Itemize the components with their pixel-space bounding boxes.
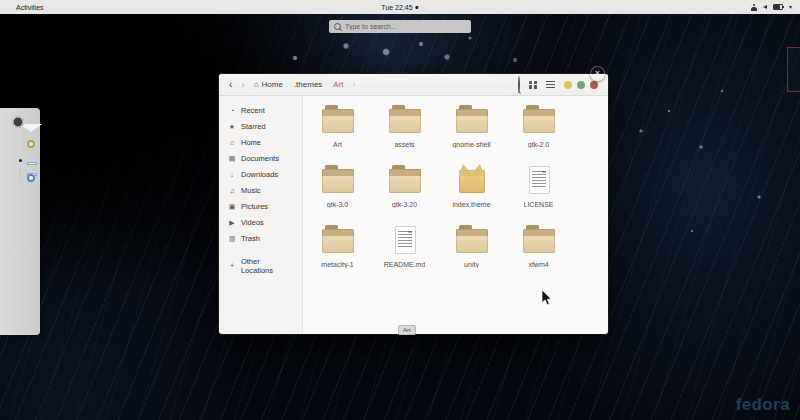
file-name: assets <box>394 141 414 148</box>
system-status-menu[interactable]: ▾ <box>751 4 792 11</box>
grid-view-icon <box>529 81 537 89</box>
top-bar: Activities Tue 22:45 ▾ <box>0 0 800 14</box>
file-item[interactable]: gtk-3.20 <box>371 162 438 222</box>
file-item[interactable]: metacity-1 <box>304 222 371 282</box>
plus-icon: + <box>228 262 236 269</box>
close-dot-button[interactable] <box>590 81 598 89</box>
sidebar-list: ◔ Recent ★ Starred ⌂ Home ▤ Documents ↓ … <box>219 102 302 246</box>
sidebar-item-label: Music <box>241 186 261 195</box>
breadcrumb-item[interactable]: .themes <box>294 80 322 89</box>
sidebar-item-other-locations[interactable]: + Other Locations <box>219 253 302 278</box>
sidebar-item-icon: ▥ <box>228 235 236 242</box>
chevron-right-icon: › <box>353 80 356 89</box>
window-headerbar[interactable]: ‹ › ⌂ Home .themes Art › × <box>219 74 608 96</box>
volume-icon <box>763 5 767 9</box>
sidebar-item-icon: ★ <box>228 123 236 130</box>
file-name: index.theme <box>452 201 490 208</box>
window-controls <box>564 81 598 89</box>
activities-button[interactable]: Activities <box>16 4 44 11</box>
sidebar-item[interactable]: ▤ Documents <box>219 150 302 166</box>
window-body: ◔ Recent ★ Starred ⌂ Home ▤ Documents ↓ … <box>219 96 608 333</box>
file-item[interactable]: gnome-shell <box>438 102 505 162</box>
status-tag: Art <box>398 325 416 335</box>
sidebar-separator <box>219 246 302 253</box>
menu-button[interactable] <box>546 81 555 88</box>
sidebar-item-icon: ⌂ <box>228 139 236 146</box>
sidebar-item-label: Home <box>241 138 261 147</box>
forward-button[interactable]: › <box>241 80 244 90</box>
sidebar-item[interactable]: ⌂ Home <box>219 134 302 150</box>
file-name: unity <box>464 261 479 268</box>
maximize-button[interactable] <box>577 81 585 89</box>
sidebar-item-icon: ◔ <box>228 107 236 114</box>
speaker-icon <box>19 132 21 149</box>
file-name: gnome-shell <box>452 141 490 148</box>
breadcrumb-label: Home <box>262 80 283 89</box>
sidebar-item[interactable]: ↓ Downloads <box>219 166 302 182</box>
breadcrumb-label: Art <box>333 80 343 89</box>
file-name: gtk-3.20 <box>392 201 417 208</box>
dock-item-boxes[interactable] <box>19 166 21 181</box>
breadcrumb-item[interactable]: Art <box>333 80 343 89</box>
file-icon <box>455 164 489 197</box>
sidebar-item[interactable]: ▶ Videos <box>219 214 302 230</box>
file-item[interactable]: index.theme <box>438 162 505 222</box>
accessibility-icon <box>751 4 757 11</box>
files-grid: Art assets gnome-shell gtk-2.0 gtk-3.0 g… <box>303 96 608 333</box>
sidebar-item[interactable]: ◔ Recent <box>219 102 302 118</box>
sidebar-item-label: Documents <box>241 154 279 163</box>
offscreen-window-red-outline <box>787 47 800 92</box>
files-window: ‹ › ⌂ Home .themes Art › × <box>219 74 608 334</box>
sidebar-item-icon: ▤ <box>228 155 236 162</box>
file-item[interactable]: assets <box>371 102 438 162</box>
file-icon <box>321 224 355 257</box>
minimize-button[interactable] <box>564 81 572 89</box>
dock-item-rhythmbox[interactable] <box>19 133 21 148</box>
sidebar-item-icon: ↓ <box>228 171 236 178</box>
running-indicator-dot <box>19 159 22 162</box>
file-icon <box>522 224 556 257</box>
view-grid-button[interactable] <box>529 81 537 89</box>
sidebar-item[interactable]: ★ Starred <box>219 118 302 134</box>
file-icon <box>522 164 556 197</box>
file-icon <box>388 164 422 197</box>
file-item[interactable]: gtk-3.0 <box>304 162 371 222</box>
file-item[interactable]: gtk-2.0 <box>505 102 572 162</box>
search-icon <box>518 76 520 93</box>
file-icon <box>388 224 422 257</box>
sidebar-item-label: Pictures <box>241 202 268 211</box>
file-name: xfwm4 <box>528 261 548 268</box>
file-item[interactable]: README.md <box>371 222 438 282</box>
search-input[interactable] <box>345 23 466 30</box>
sidebar-item[interactable]: ▣ Pictures <box>219 198 302 214</box>
desktop-search[interactable] <box>329 20 471 33</box>
sidebar-item-label: Downloads <box>241 170 278 179</box>
file-name: metacity-1 <box>321 261 353 268</box>
file-item[interactable]: xfwm4 <box>505 222 572 282</box>
file-icon <box>321 104 355 137</box>
file-item[interactable]: Art <box>304 102 371 162</box>
back-button[interactable]: ‹ <box>229 80 232 90</box>
file-icon <box>522 104 556 137</box>
search-icon <box>334 23 341 30</box>
close-button[interactable]: × <box>590 66 605 81</box>
file-icon <box>321 164 355 197</box>
sidebar-item[interactable]: ▥ Trash <box>219 230 302 246</box>
sidebar-item-label: Videos <box>241 218 264 227</box>
sidebar-item[interactable]: ♫ Music <box>219 182 302 198</box>
file-name: README.md <box>384 261 426 268</box>
sidebar-item-icon: ▶ <box>228 219 236 226</box>
sidebar: ◔ Recent ★ Starred ⌂ Home ▤ Documents ↓ … <box>219 96 303 333</box>
file-item[interactable]: unity <box>438 222 505 282</box>
dock <box>0 108 40 335</box>
file-name: LICENSE <box>524 201 554 208</box>
file-name: gtk-2.0 <box>528 141 549 148</box>
file-item[interactable]: LICENSE <box>505 162 572 222</box>
breadcrumb-item[interactable]: ⌂ Home <box>254 80 283 89</box>
file-name: Art <box>333 141 342 148</box>
breadcrumb-label: .themes <box>294 80 322 89</box>
clock-menu[interactable]: Tue 22:45 <box>381 4 418 11</box>
search-files-button[interactable] <box>518 77 520 92</box>
notification-dot-icon <box>416 6 419 9</box>
sidebar-item-icon: ♫ <box>228 187 236 194</box>
